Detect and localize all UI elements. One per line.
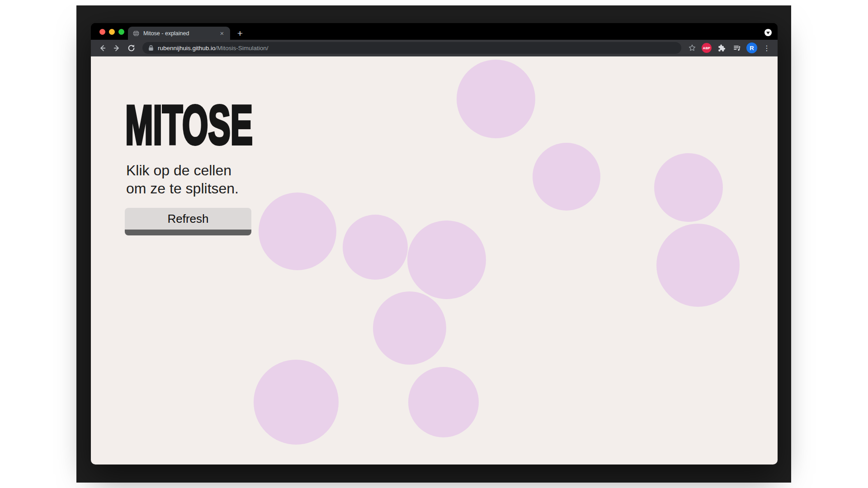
lock-icon xyxy=(148,45,154,51)
refresh-button[interactable]: Refresh xyxy=(125,208,251,235)
browser-window: Mitose - explained × + xyxy=(91,23,778,465)
extensions-puzzle-icon[interactable] xyxy=(715,42,727,54)
page-title-text: MITOSE xyxy=(125,94,253,156)
cell[interactable] xyxy=(656,224,740,307)
forward-button[interactable] xyxy=(110,42,123,54)
cell[interactable] xyxy=(408,367,479,437)
url-text: rubennijhuis.github.io/Mitosis-Simulatio… xyxy=(158,45,269,52)
adblock-extension-icon[interactable]: ABP xyxy=(702,43,712,53)
new-tab-button[interactable]: + xyxy=(234,27,246,40)
url-host: rubennijhuis.github.io xyxy=(158,45,216,52)
tab-favicon-globe-icon xyxy=(132,30,140,37)
cell[interactable] xyxy=(654,153,723,222)
tab-title: Mitose - explained xyxy=(143,30,215,37)
playlist-music-extension-icon[interactable] xyxy=(731,42,743,54)
browser-menu-icon[interactable]: ⋮ xyxy=(760,42,773,54)
page-content: MITOSE Klik op de cellen om ze te splits… xyxy=(91,56,778,465)
reload-button[interactable] xyxy=(124,42,138,54)
browser-tab[interactable]: Mitose - explained × xyxy=(128,27,230,40)
url-path: /Mitosis-Simulation/ xyxy=(216,45,269,52)
address-bar[interactable]: rubennijhuis.github.io/Mitosis-Simulatio… xyxy=(142,42,681,54)
minimize-window-button[interactable] xyxy=(109,29,115,35)
screenshot-stage: Mitose - explained × + xyxy=(0,0,868,488)
bookmark-star-icon[interactable] xyxy=(686,42,698,54)
chevron-down-icon xyxy=(766,32,770,34)
back-button[interactable] xyxy=(95,42,109,54)
tab-close-icon[interactable]: × xyxy=(218,30,226,37)
cell[interactable] xyxy=(259,192,336,270)
subtitle-line-1: Klik op de cellen xyxy=(126,161,239,179)
close-window-button[interactable] xyxy=(99,29,105,35)
window-controls xyxy=(99,29,124,35)
cell[interactable] xyxy=(343,215,408,280)
page-title-wrap: MITOSE xyxy=(125,102,261,149)
search-tabs-button[interactable] xyxy=(764,29,772,36)
tab-strip: Mitose - explained × + xyxy=(91,23,778,40)
cell[interactable] xyxy=(457,60,535,138)
cell[interactable] xyxy=(373,291,446,365)
zoom-window-button[interactable] xyxy=(118,29,124,35)
page-title: MITOSE xyxy=(125,102,261,147)
toolbar-actions: ABP R ⋮ xyxy=(686,42,773,54)
cell[interactable] xyxy=(254,360,339,445)
profile-avatar[interactable]: R xyxy=(746,42,757,53)
page-subtitle: Klik op de cellen om ze te splitsen. xyxy=(126,161,239,197)
cell[interactable] xyxy=(533,143,600,211)
cell[interactable] xyxy=(407,221,486,299)
browser-toolbar: rubennijhuis.github.io/Mitosis-Simulatio… xyxy=(91,40,778,56)
subtitle-line-2: om ze te splitsen. xyxy=(126,179,239,197)
